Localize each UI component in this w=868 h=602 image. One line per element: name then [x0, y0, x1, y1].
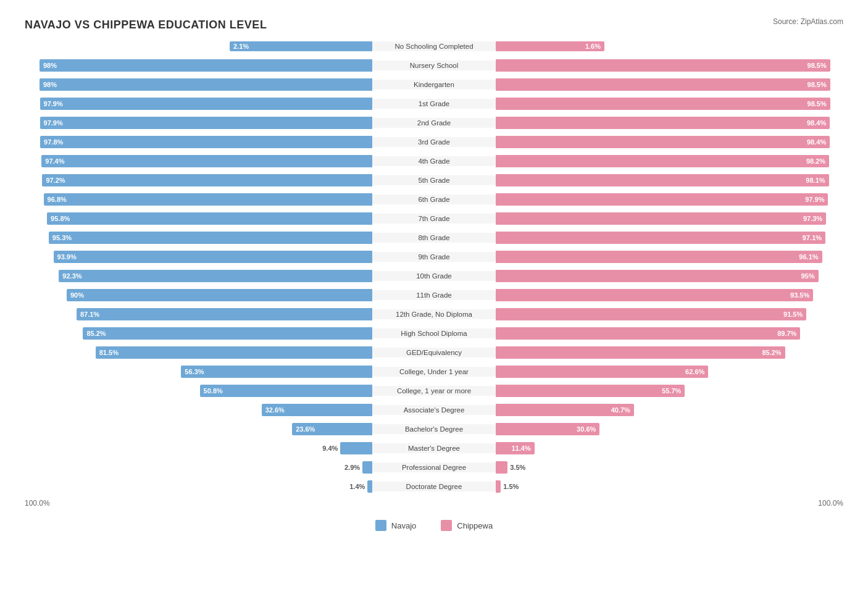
- legend-chippewa-box: [441, 520, 452, 531]
- chippewa-bar: 97.3%: [496, 212, 826, 225]
- row-label: Kindergarten: [372, 80, 496, 90]
- chippewa-value: 95%: [801, 272, 814, 280]
- navajo-value: 98%: [43, 81, 57, 88]
- row-label: Doctorate Degree: [372, 482, 496, 491]
- bar-left-container: 87.1%: [25, 307, 372, 321]
- navajo-value: 92.3%: [62, 272, 81, 280]
- chippewa-value: 89.7%: [777, 330, 796, 337]
- axis-labels: 100.0% 100.0%: [25, 499, 843, 508]
- bar-left-container: 97.9%: [25, 97, 372, 111]
- chippewa-bar: 30.6%: [496, 423, 599, 435]
- chippewa-value: 62.6%: [685, 368, 704, 375]
- chippewa-bar: 97.9%: [496, 193, 828, 206]
- bar-right-container: 98.5%: [496, 78, 843, 91]
- row-label: College, 1 year or more: [372, 386, 496, 396]
- table-row: 1.4%Doctorate Degree1.5%: [25, 478, 843, 495]
- navajo-value-outside: 2.9%: [344, 464, 360, 471]
- legend-chippewa: Chippewa: [441, 520, 493, 531]
- chippewa-bar: 1.5%: [496, 480, 501, 493]
- chippewa-value: 97.3%: [803, 215, 822, 222]
- chippewa-bar: 97.1%: [496, 232, 825, 244]
- bar-right-container: 62.6%: [496, 365, 843, 378]
- bar-right-container: 98.1%: [496, 173, 843, 187]
- chippewa-bar: 1.6%: [496, 41, 604, 51]
- bar-left-container: 92.3%: [25, 269, 372, 283]
- row-label: Bachelor's Degree: [372, 424, 496, 434]
- row-label: Nursery School: [372, 61, 496, 70]
- chippewa-bar: 91.5%: [496, 308, 806, 320]
- navajo-bar: 97.8%: [40, 136, 372, 148]
- chippewa-bar: 62.6%: [496, 366, 708, 378]
- bar-left-container: 95.3%: [25, 231, 372, 245]
- navajo-bar: 95.8%: [47, 212, 372, 225]
- navajo-bar: 87.1%: [77, 308, 372, 320]
- navajo-value: 50.8%: [204, 387, 223, 395]
- row-label: GED/Equivalency: [372, 348, 496, 357]
- chippewa-value: 96.1%: [799, 253, 818, 261]
- row-label: 9th Grade: [372, 252, 496, 262]
- table-row: 97.9%2nd Grade98.4%: [25, 114, 843, 132]
- bar-left-container: 98%: [25, 78, 372, 91]
- bars-wrapper: 2.1%No Schooling Completed1.6%98%Nursery…: [25, 38, 843, 495]
- bar-left-container: 32.6%: [25, 403, 372, 417]
- navajo-value: 95.3%: [52, 234, 72, 241]
- table-row: 56.3%College, Under 1 year62.6%: [25, 363, 843, 380]
- navajo-bar: 50.8%: [200, 385, 372, 397]
- chippewa-value: 98.1%: [806, 177, 825, 184]
- bar-right-container: 97.1%: [496, 231, 843, 245]
- navajo-bar: 9.4%: [340, 442, 372, 454]
- chippewa-value: 55.7%: [662, 387, 681, 395]
- table-row: 96.8%6th Grade97.9%: [25, 191, 843, 208]
- row-label: 5th Grade: [372, 175, 496, 185]
- table-row: 93.9%9th Grade96.1%: [25, 248, 843, 265]
- navajo-bar: 1.4%: [367, 480, 372, 493]
- chippewa-value: 98.2%: [806, 157, 825, 165]
- bar-right-container: 89.7%: [496, 327, 843, 340]
- row-label: 8th Grade: [372, 233, 496, 243]
- navajo-value: 97.9%: [44, 100, 63, 107]
- chippewa-bar: 3.5%: [496, 461, 507, 474]
- chippewa-value-outside: 3.5%: [510, 464, 525, 471]
- row-label: 7th Grade: [372, 214, 496, 224]
- chippewa-value: 98.5%: [807, 81, 827, 88]
- bar-left-container: 23.6%: [25, 422, 372, 436]
- navajo-value: 81.5%: [99, 349, 119, 356]
- bar-left-container: 93.9%: [25, 250, 372, 264]
- chippewa-value: 85.2%: [762, 349, 781, 356]
- source-label: Source: ZipAtlas.com: [773, 17, 843, 26]
- chippewa-value: 30.6%: [577, 425, 596, 433]
- legend-chippewa-label: Chippewa: [457, 521, 493, 530]
- bar-left-container: 2.9%: [25, 461, 372, 474]
- row-label: Professional Degree: [372, 462, 496, 472]
- row-label: 4th Grade: [372, 156, 496, 166]
- navajo-bar: 85.2%: [83, 327, 372, 340]
- bar-right-container: 1.5%: [496, 480, 843, 493]
- navajo-value: 87.1%: [80, 311, 99, 318]
- navajo-value: 56.3%: [185, 368, 204, 375]
- chippewa-value: 98.5%: [807, 62, 827, 69]
- bar-left-container: 98%: [25, 59, 372, 72]
- navajo-value: 97.4%: [45, 157, 64, 165]
- chart-title: NAVAJO VS CHIPPEWA EDUCATION LEVEL: [25, 19, 843, 31]
- row-label: Master's Degree: [372, 443, 496, 453]
- row-label: 12th Grade, No Diploma: [372, 309, 496, 319]
- bar-left-container: 85.2%: [25, 327, 372, 340]
- chippewa-bar: 55.7%: [496, 385, 685, 397]
- navajo-bar: 95.3%: [49, 232, 372, 244]
- navajo-bar: 90%: [67, 289, 372, 301]
- table-row: 2.9%Professional Degree3.5%: [25, 459, 843, 476]
- bar-right-container: 95%: [496, 269, 843, 283]
- chippewa-value: 91.5%: [783, 311, 803, 318]
- bar-right-container: 98.4%: [496, 116, 843, 130]
- table-row: 85.2%High School Diploma89.7%: [25, 325, 843, 342]
- navajo-value: 93.9%: [57, 253, 77, 261]
- bar-left-container: 97.8%: [25, 135, 372, 149]
- chippewa-value: 93.5%: [790, 291, 809, 299]
- bar-left-container: 95.8%: [25, 212, 372, 225]
- chippewa-bar: 85.2%: [496, 346, 785, 359]
- table-row: 95.3%8th Grade97.1%: [25, 229, 843, 246]
- bar-right-container: 97.3%: [496, 212, 843, 225]
- axis-left: 100.0%: [25, 499, 50, 508]
- table-row: 90%11th Grade93.5%: [25, 286, 843, 304]
- chippewa-bar: 98.2%: [496, 155, 829, 167]
